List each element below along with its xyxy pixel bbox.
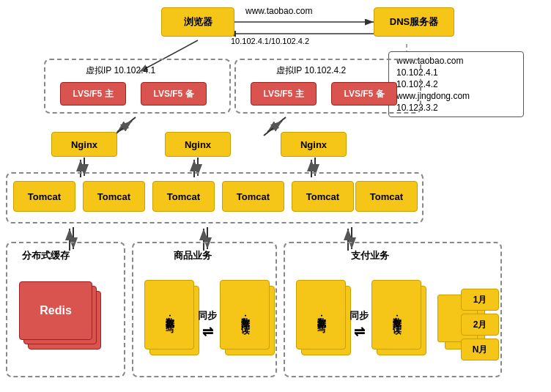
svg-line-10 [267, 117, 286, 132]
tomcat-container: Tomcat Tomcat Tomcat Tomcat Tomcat Tomca… [6, 172, 424, 223]
month-1month-card: 1月 [461, 289, 499, 311]
svg-line-11 [264, 121, 282, 136]
goods-title: 商品业务 [174, 249, 212, 262]
ip-label: 10.102.4.1/10.102.4.2 [231, 37, 309, 45]
tomcat-3: Tomcat [152, 181, 215, 212]
url-label: www.taobao.com [245, 6, 312, 16]
sync1-label: 同步 ⇌ [198, 309, 217, 340]
dns-box: DNS服务器 [374, 7, 454, 37]
db-read1-card1: 数据库·读 [220, 280, 270, 350]
lvs-master1: LVS/F5 主 [60, 82, 126, 106]
lvs-backup1: LVS/F5 备 [141, 82, 207, 106]
cache-title: 分布式缓存 [22, 249, 70, 262]
nginx3-box: Nginx [281, 132, 347, 157]
lvs-master2: LVS/F5 主 [251, 82, 317, 106]
tomcat-2: Tomcat [83, 181, 145, 212]
db-write2-card1: 数据库·写 [296, 280, 346, 350]
tomcat-6: Tomcat [355, 181, 418, 212]
redis-label: Redis [40, 304, 72, 317]
redis-card1: Redis [19, 281, 92, 340]
month-2month-card: 2月 [461, 314, 499, 336]
browser-box: 浏览器 [161, 7, 234, 37]
vip2-label: 虚拟IP 10.102.4.2 [276, 64, 346, 77]
browser-label: 浏览器 [184, 15, 212, 29]
pay-title: 支付业务 [351, 249, 389, 262]
nginx1-box: Nginx [51, 132, 117, 157]
db-write1-card1: 数据库·写 [144, 280, 194, 350]
lvs-backup2: LVS/F5 备 [331, 82, 397, 106]
architecture-diagram: 浏览器 www.taobao.com 10.102.4.1/10.102.4.2… [0, 0, 551, 392]
svg-line-8 [117, 117, 136, 132]
sync2-label: 同步 ⇌ [350, 309, 369, 340]
vip2-group: 虚拟IP 10.102.4.2 LVS/F5 主 LVS/F5 备 [234, 59, 421, 114]
tomcat-1: Tomcat [13, 181, 75, 212]
vip1-group: 虚拟IP 10.102.4.1 LVS/F5 主 LVS/F5 备 [44, 59, 231, 114]
vip1-label: 虚拟IP 10.102.4.1 [86, 64, 155, 77]
tomcat-5: Tomcat [292, 181, 354, 212]
nginx2-box: Nginx [165, 132, 231, 157]
db-read2-card1: 数据库·读 [371, 280, 421, 350]
pay-group: 支付业务 数据库·写 同步 ⇌ 数据库·读 N月 2月 1月 [284, 242, 502, 377]
goods-group: 商品业务 数据库·写 同步 ⇌ 数据库·读 [132, 242, 277, 377]
dns-label: DNS服务器 [390, 15, 438, 29]
cache-group: 分布式缓存 Redis [6, 242, 125, 377]
tomcat-4: Tomcat [222, 181, 284, 212]
month-nmonth-card: N月 [461, 339, 499, 360]
